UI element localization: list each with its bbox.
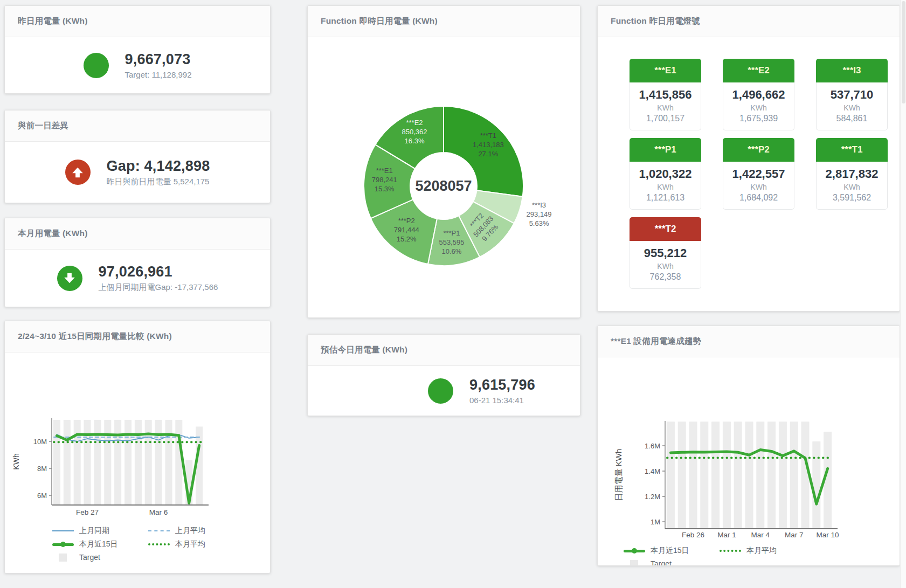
- panel-title: 與前一日差異: [18, 120, 68, 132]
- device-tile[interactable]: ***E11,415,856KWh1,700,157: [630, 59, 701, 130]
- target-bar: [114, 420, 121, 505]
- device-tile-secondary: 1,675,939: [724, 114, 793, 123]
- target-bar: [175, 420, 182, 505]
- legend-item[interactable]: 本月近15日: [624, 546, 720, 556]
- target-bar: [667, 421, 675, 529]
- device-tile-secondary: 762,358: [631, 272, 700, 282]
- compare-15day-line-chart[interactable]: 6M8M10MFeb 27Mar 6KWh: [5, 352, 270, 521]
- target-bar: [767, 421, 776, 529]
- device-tile-unit: KWh: [631, 183, 700, 191]
- device-tile-unit: KWh: [818, 103, 886, 112]
- device-tile-secondary: 1,684,092: [724, 193, 793, 203]
- panel-header[interactable]: 預估今日用電量 (KWh): [308, 335, 580, 366]
- target-bar: [745, 421, 753, 529]
- legend-item[interactable]: Target: [52, 553, 148, 562]
- target-bar: [723, 421, 731, 529]
- legend-swatch-green-thick: [624, 550, 645, 552]
- legend-item[interactable]: 本月平均: [720, 546, 900, 556]
- target-bar: [678, 421, 686, 529]
- target-bar: [165, 420, 172, 505]
- stat-value: 97,026,961: [99, 264, 218, 280]
- x-tick-label: Feb 26: [682, 531, 704, 539]
- legend-label: Target: [651, 559, 672, 566]
- device-tile-body: 2,817,832KWh3,591,562: [816, 162, 888, 210]
- stat-subtitle: 06-21 15:34:41: [469, 396, 535, 405]
- legend-item[interactable]: 本月近15日: [52, 539, 148, 549]
- e1-trend-line-chart[interactable]: 1M1.2M1.4M1.6MFeb 26Mar 1Mar 4Mar 7Mar 1…: [598, 357, 900, 541]
- legend-item[interactable]: 本月平均: [148, 539, 270, 549]
- device-tile[interactable]: ***E21,496,662KWh1,675,939: [723, 59, 794, 130]
- target-bar: [104, 420, 111, 505]
- panel-title: 本月用電量 (KWh): [18, 228, 88, 239]
- target-bar: [94, 420, 101, 505]
- device-tile-value: 2,817,832: [818, 167, 886, 181]
- panel-realtime-usage-donut: Function 即時日用電量 (KWh) ***T11,413,18327.1…: [307, 5, 580, 318]
- stat-subtitle: 上個月同期用電Gap: -17,377,566: [99, 282, 218, 293]
- arrow-up-icon: [65, 160, 91, 185]
- legend-label: 上月同期: [79, 526, 109, 536]
- device-tile-secondary: 3,591,562: [818, 193, 886, 203]
- panel-yesterday-lights: Function 昨日用電燈號 ***E11,415,856KWh1,700,1…: [597, 5, 900, 312]
- target-bar: [756, 421, 764, 529]
- legend-swatch-blue-dashed: [148, 530, 170, 531]
- device-tile-value: 955,212: [631, 246, 700, 260]
- device-tile-secondary: 1,121,613: [631, 193, 700, 203]
- panel-header[interactable]: 與前一日差異: [5, 110, 270, 142]
- device-tile-body: 537,710KWh584,861: [816, 82, 888, 130]
- device-tile-body: 1,422,557KWh1,684,092: [723, 162, 794, 210]
- legend-item[interactable]: Target: [624, 559, 720, 566]
- legend-swatch-green-dotted: [720, 550, 741, 552]
- panel-e1-trend-chart: ***E1 設備用電達成趨勢 1M1.2M1.4M1.6MFeb 26Mar 1…: [597, 326, 900, 566]
- device-tile-name: ***E2: [723, 59, 794, 82]
- panel-day-gap: 與前一日差異 Gap: 4,142,898 昨日與前日用電量 5,524,175: [4, 110, 271, 203]
- x-tick-label: Feb 27: [76, 508, 99, 516]
- device-tile-name: ***P1: [630, 138, 701, 162]
- device-tile[interactable]: ***P11,020,322KWh1,121,613: [630, 138, 701, 210]
- device-tile-value: 1,020,322: [631, 167, 700, 181]
- device-tile-unit: KWh: [631, 103, 700, 112]
- legend-item[interactable]: 上月同期: [52, 526, 148, 536]
- device-tile-body: 1,415,856KWh1,700,157: [630, 82, 701, 130]
- legend-item[interactable]: 上月平均: [148, 526, 270, 536]
- target-bar: [125, 420, 132, 505]
- legend-label: 本月近15日: [79, 539, 118, 549]
- legend-label: 上月平均: [175, 526, 205, 536]
- panel-header[interactable]: 2/24~3/10 近15日同期用電量比較 (KWh): [5, 321, 270, 352]
- device-tile[interactable]: ***T2955,212KWh762,358: [630, 217, 701, 289]
- panel-title: 昨日用電量 (KWh): [18, 16, 88, 27]
- stat-subtitle: 昨日與前日用電量 5,524,175: [107, 177, 210, 187]
- target-bar: [734, 421, 742, 529]
- panel-header[interactable]: Function 即時日用電量 (KWh): [308, 6, 580, 37]
- target-bar: [74, 420, 81, 505]
- device-tile-body: 955,212KWh762,358: [630, 241, 701, 289]
- stat-value: 9,667,073: [125, 51, 192, 68]
- status-circle-icon: [84, 53, 109, 78]
- panel-month-usage: 本月用電量 (KWh) 97,026,961 上個月同期用電Gap: -17,3…: [4, 218, 271, 307]
- panel-15day-compare-chart: 2/24~3/10 近15日同期用電量比較 (KWh) 6M8M10MFeb 2…: [4, 321, 271, 573]
- stat-value: Gap: 4,142,898: [107, 158, 210, 175]
- panel-header[interactable]: 昨日用電量 (KWh): [5, 6, 270, 37]
- scrollbar-thumb[interactable]: [902, 1, 905, 103]
- device-tile[interactable]: ***I3537,710KWh584,861: [816, 59, 888, 130]
- panel-header[interactable]: Function 昨日用電燈號: [598, 6, 900, 37]
- device-tile-value: 1,496,662: [724, 88, 793, 102]
- stat-block: 9,615,796 06-21 15:34:41: [308, 366, 580, 416]
- y-axis-title: KWh: [12, 453, 20, 469]
- device-tile-unit: KWh: [631, 262, 700, 271]
- target-bar: [812, 441, 820, 529]
- chart-legend: 本月近15日本月平均Target: [624, 546, 900, 566]
- device-tile-value: 1,415,856: [631, 88, 700, 102]
- panel-title: Function 即時日用電量 (KWh): [321, 16, 438, 27]
- y-tick-label: 10M: [33, 438, 47, 446]
- scrollbar[interactable]: [900, 0, 906, 588]
- target-bar: [779, 421, 787, 529]
- target-bar: [790, 421, 798, 529]
- device-tile[interactable]: ***P21,422,557KWh1,684,092: [723, 138, 794, 210]
- device-tile[interactable]: ***T12,817,832KWh3,591,562: [816, 138, 888, 210]
- x-tick-label: Mar 10: [817, 531, 839, 539]
- panel-header[interactable]: 本月用電量 (KWh): [5, 218, 270, 250]
- stat-block: 9,667,073 Target: 11,128,992: [5, 37, 270, 93]
- legend-label: Target: [79, 553, 100, 562]
- panel-header[interactable]: ***E1 設備用電達成趨勢: [598, 326, 900, 357]
- realtime-usage-donut-chart[interactable]: ***T11,413,18327.1%***I3293,1495.63%***T…: [308, 37, 580, 317]
